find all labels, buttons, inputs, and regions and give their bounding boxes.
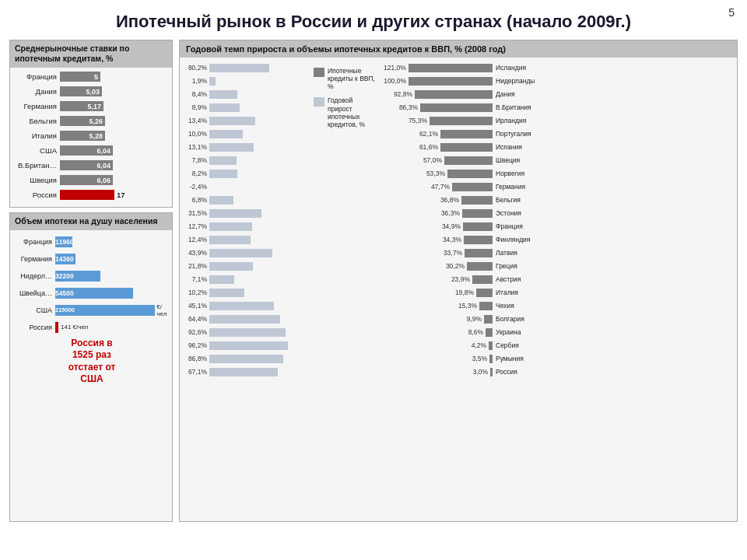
growth-bar-row: 7,1% [183,274,307,285]
volume-bar-row: Германия14360 [15,252,169,266]
rate-bar: 5,26 [60,116,105,126]
growth-value: 12,4% [183,236,209,243]
growth-bar-row: 10,0% [183,128,307,140]
volume-bar: 11960 [55,236,72,247]
gdp-value: 15,3% [458,302,477,310]
growth-bar [209,77,216,86]
left-panel: Среднерыночные ставки по ипотечным креди… [9,40,173,522]
growth-bar [209,64,269,72]
growth-bar [209,315,280,324]
growth-bar-row: 1,9% [183,75,307,87]
volume-bar-row: Нидерл…32200 [15,269,169,283]
country-label: Австрия [496,274,542,285]
gdp-bar [489,341,493,350]
country-label: Финляндия [496,234,542,246]
right-content: 80,2%1,9%8,4%8,9%13,4%10,0%13,1%7,8%8,2%… [180,58,737,521]
gdp-bar-row: 30,2% [384,261,493,272]
rate-bar: 6,06 [60,175,113,185]
growth-bar [209,209,261,218]
gdp-bar [476,289,493,297]
volume-bar-value: 215000 [55,306,75,313]
growth-value: 6,8% [183,196,209,204]
country-label: Украина [496,327,542,338]
gdp-bar-row: 15,3% [384,300,493,312]
growth-bar-row: 86,8% [183,353,307,365]
growth-bar [209,103,240,112]
gdp-value: 8,6% [468,328,483,336]
country-label: Россия [496,366,542,378]
growth-value: 45,1% [183,302,209,310]
gdp-value: 57,0% [423,156,442,164]
growth-bar [209,355,283,363]
rate-bar-label: Германия [15,102,60,110]
gdp-value: 3,5% [472,355,487,362]
growth-bar-row: 21,8% [183,261,307,272]
volume-chart-box: Объем ипотеки на душу населения Франция1… [9,212,173,522]
growth-value: 67,1% [183,368,209,376]
rate-bar-value: 5,28 [89,132,103,140]
gdp-bar-row: 34,9% [384,221,493,233]
growth-value: 31,5% [183,209,209,217]
growth-bar [209,90,237,99]
volume-chart-header: Объем ипотеки на душу населения [10,213,172,230]
growth-bar [209,222,252,231]
right-panel: Годовой темп прироста и объемы ипотечных… [179,40,738,522]
gdp-bar-row: 53,3% [384,168,493,180]
gdp-bar-row: 121,0% [384,62,493,74]
growth-bar-row: 12,7% [183,221,307,233]
rate-bar-label: Бельгия [15,117,60,125]
rate-bar-row: Германия5,17 [15,100,169,113]
rate-bar-row: Россия17 [15,189,169,201]
growth-bar [209,368,278,376]
gdp-bar [464,236,493,244]
growth-value: 80,2% [183,64,209,72]
growth-bar [209,341,288,350]
gdp-bar [440,143,493,152]
growth-value: 13,4% [183,117,209,124]
country-label: Исландия [496,62,542,74]
russia-volume-row: Россия141 €/чел [15,320,169,334]
gdp-bar [420,103,493,112]
gdp-bar-row: 62,1% [384,128,493,140]
growth-value: 7,1% [183,275,209,283]
volume-bar: 14360 [55,254,75,264]
growth-value: 43,9% [183,249,209,257]
rate-bar-label: Италия [15,131,60,140]
rate-bar: 5,17 [60,101,103,111]
rate-bar-label: Дания [15,87,60,96]
growth-bar-row: 6,8% [183,194,307,206]
country-label: Дания [496,89,542,100]
country-label: Румыния [496,353,542,365]
legend-item: Ипотечные кредиты к ВВП, % [314,67,377,91]
rate-bar [60,190,114,200]
rate-bar-row: Франция5 [15,71,169,83]
country-label: Греция [496,261,542,272]
usa-extra-label: €/чел [156,303,169,317]
growth-value: 21,8% [183,262,209,270]
growth-bar [209,196,233,205]
gdp-bar [465,249,493,257]
volume-bar-value: 54500 [55,289,74,297]
volume-bar-label: Нидерл… [15,272,55,280]
rate-bar-value: 6,04 [96,147,110,155]
rates-chart-header: Среднерыночные ставки по ипотечным креди… [10,40,172,68]
gdp-bar [484,315,493,324]
gdp-bar [462,209,493,218]
gdp-value: 30,2% [446,262,465,270]
rate-bar-value: 5,17 [87,103,101,110]
rate-bar-row: Бельгия5,26 [15,115,169,128]
volume-bar-label: США [15,306,55,314]
growth-bar [209,130,243,138]
growth-bar [209,249,272,257]
gdp-bar [409,64,493,72]
gdp-bar [430,117,493,125]
growth-value: 64,4% [183,315,209,323]
rate-bar: 6,04 [60,145,113,156]
country-labels-area: ИсландияНидерландыДанияВ.БританияИрланди… [496,61,542,518]
growth-bar-row: 64,4% [183,313,307,325]
rate-bar-row: Дания5,03 [15,86,169,98]
growth-bar-row: 43,9% [183,247,307,259]
growth-bars-area: 80,2%1,9%8,4%8,9%13,4%10,0%13,1%7,8%8,2%… [183,61,307,518]
rate-bar: 5,28 [60,131,105,141]
growth-bar-row: 12,4% [183,234,307,246]
